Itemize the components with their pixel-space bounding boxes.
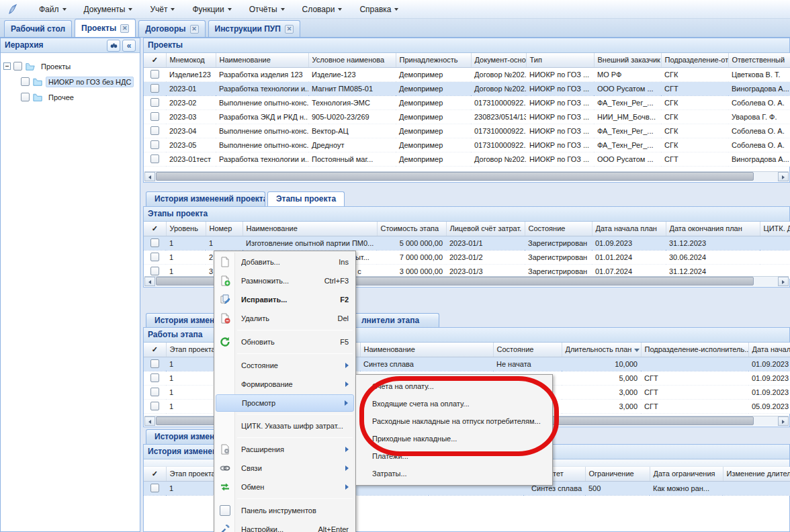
menu-item[interactable]: ЦИТК. Указать шифр затрат... <box>216 416 354 435</box>
collapse-expander-icon[interactable] <box>3 62 11 70</box>
column-header[interactable]: Ответственный <box>728 53 790 67</box>
check-column-header[interactable]: ✓ <box>144 53 166 67</box>
column-header[interactable]: Наименование <box>216 53 308 67</box>
column-header[interactable]: Дата начала план <box>592 222 666 236</box>
checkbox[interactable] <box>150 484 159 492</box>
menu-item[interactable]: Добавить...Ins <box>216 253 354 271</box>
column-header[interactable]: Длительность план <box>562 343 641 357</box>
horizontal-scrollbar[interactable] <box>144 171 789 181</box>
checkbox[interactable] <box>150 98 159 107</box>
column-header[interactable]: Дата ограничения <box>650 467 723 481</box>
menubar-item[interactable]: Отчёты <box>249 5 285 14</box>
column-header[interactable]: Состояние <box>525 222 592 236</box>
column-header[interactable]: Изменение длител <box>723 467 790 481</box>
column-header[interactable]: Уровень <box>166 222 206 236</box>
menu-item[interactable]: ОбновитьF5 <box>216 332 354 351</box>
menu-item[interactable]: Расширения <box>216 440 354 459</box>
checkbox[interactable] <box>21 93 30 101</box>
table-row[interactable]: 2023-03Разработка ЭКД и РКД н...905-U020… <box>144 109 790 124</box>
tab-contracts[interactable]: Договоры✕ <box>138 20 205 37</box>
column-header[interactable]: Подразделение-исполнитель.. <box>641 343 748 357</box>
checkbox[interactable] <box>150 140 159 149</box>
menu-item[interactable]: Формирование <box>216 375 354 394</box>
check-column-header[interactable]: ✓ <box>144 343 166 357</box>
menubar-item[interactable]: Словари <box>302 5 343 14</box>
column-header[interactable]: Наименование <box>360 343 493 357</box>
checkbox[interactable] <box>13 62 22 71</box>
menu-item[interactable]: Обмен <box>216 478 354 496</box>
tree-node-niokr[interactable]: НИОКР по ГОЗ без НДС <box>3 74 137 89</box>
checkbox[interactable] <box>150 70 159 79</box>
menubar-item[interactable]: Справка <box>359 5 398 14</box>
checkbox[interactable] <box>150 253 159 261</box>
column-header[interactable]: Подразделение-от <box>661 53 728 67</box>
checkbox[interactable] <box>220 505 230 516</box>
submenu-item[interactable]: Затраты... <box>356 465 552 482</box>
scroll-right-icon[interactable] <box>778 172 789 181</box>
column-header[interactable]: Стоимость этапа <box>377 222 446 236</box>
tab-desktop[interactable]: Рабочий стол <box>4 20 72 37</box>
menu-item[interactable]: Исправить...F2 <box>216 290 354 309</box>
column-header[interactable]: Мнемокод <box>166 53 216 67</box>
menubar-item[interactable]: Учёт <box>150 5 175 14</box>
column-header[interactable]: Документ-основан <box>471 53 526 67</box>
scroll-right-icon[interactable] <box>778 277 789 286</box>
menubar-item[interactable]: Файл <box>39 5 67 14</box>
check-column-header[interactable]: ✓ <box>144 467 166 481</box>
table-row[interactable]: Изделие123Разработка изделия 123Изделие-… <box>144 67 790 81</box>
tab-projects[interactable]: Проекты✕ <box>75 19 136 37</box>
column-header[interactable]: Лицевой счёт затрат. <box>446 222 525 236</box>
scroll-right-icon[interactable] <box>778 416 789 426</box>
table-row[interactable]: 2023-02Выполнение опытно-конс...Технолог… <box>144 95 790 109</box>
checkbox[interactable] <box>150 388 159 396</box>
column-header[interactable]: Ограничение <box>585 467 650 481</box>
checkbox[interactable] <box>150 112 159 121</box>
menu-item[interactable]: УдалитьDel <box>216 309 354 328</box>
tree-node-projects[interactable]: Проекты <box>3 58 137 74</box>
close-icon[interactable]: ✕ <box>285 25 294 34</box>
menu-item[interactable]: Просмотр <box>216 394 354 412</box>
table-row[interactable]: 2023-01Разработка технологии и...Магнит … <box>144 81 790 95</box>
collapse-button[interactable]: « <box>122 40 136 52</box>
column-header[interactable]: Номер <box>206 222 243 236</box>
scroll-left-icon[interactable] <box>144 416 155 426</box>
search-button[interactable] <box>107 40 120 52</box>
column-header[interactable]: Состояние <box>493 343 562 357</box>
menu-item[interactable]: Размножить...Ctrl+F3 <box>216 271 354 290</box>
tab-project-history[interactable]: История изменений проекта <box>146 191 265 206</box>
checkbox[interactable] <box>150 154 159 163</box>
menu-item[interactable]: Панель инструментов <box>216 501 354 520</box>
column-header[interactable]: Условное наименова <box>308 53 396 67</box>
menu-item[interactable]: Связи <box>216 459 354 478</box>
checkbox[interactable] <box>150 267 159 275</box>
checkbox[interactable] <box>150 84 159 93</box>
column-header[interactable]: Дата окончания план <box>666 222 760 236</box>
column-header[interactable]: Внешний заказчик <box>594 53 661 67</box>
tree-node-other[interactable]: Прочее <box>3 89 137 105</box>
checkbox[interactable] <box>150 359 159 368</box>
menu-item[interactable]: Настройки...Alt+Enter <box>216 520 354 532</box>
column-header[interactable]: Принадлежность <box>396 53 471 67</box>
scrollbar-thumb[interactable] <box>156 172 754 181</box>
checkbox[interactable] <box>150 373 159 382</box>
table-row[interactable]: 2023-01тестРазработка технологии и...Пос… <box>144 152 790 166</box>
tab-instructions[interactable]: Инструкции ПУП✕ <box>208 20 300 37</box>
table-row[interactable]: 11Изготовление опытной партии ПМ0...5 00… <box>144 236 790 250</box>
menubar-item[interactable]: Документы <box>84 5 133 14</box>
scroll-left-icon[interactable] <box>144 277 155 286</box>
checkbox[interactable] <box>150 402 159 410</box>
checkbox[interactable] <box>150 126 159 135</box>
column-header[interactable]: ЦИТК. Д <box>760 222 790 236</box>
column-header[interactable]: Тип <box>526 53 594 67</box>
column-header[interactable]: Дата начал <box>748 343 790 357</box>
table-row[interactable]: 2023-04Выполнение опытно-конс...Вектор-А… <box>144 124 790 138</box>
checkbox[interactable] <box>21 77 30 86</box>
menubar-item[interactable]: Функции <box>192 5 231 14</box>
close-icon[interactable]: ✕ <box>120 24 129 33</box>
menu-item[interactable]: Состояние <box>216 356 354 375</box>
scroll-left-icon[interactable] <box>144 172 155 181</box>
check-column-header[interactable]: ✓ <box>144 222 166 236</box>
column-header[interactable]: Наименование <box>243 222 377 236</box>
table-row[interactable]: 2023-05Выполнение опытно-конс...Дредноут… <box>144 138 790 152</box>
close-icon[interactable]: ✕ <box>190 25 199 34</box>
